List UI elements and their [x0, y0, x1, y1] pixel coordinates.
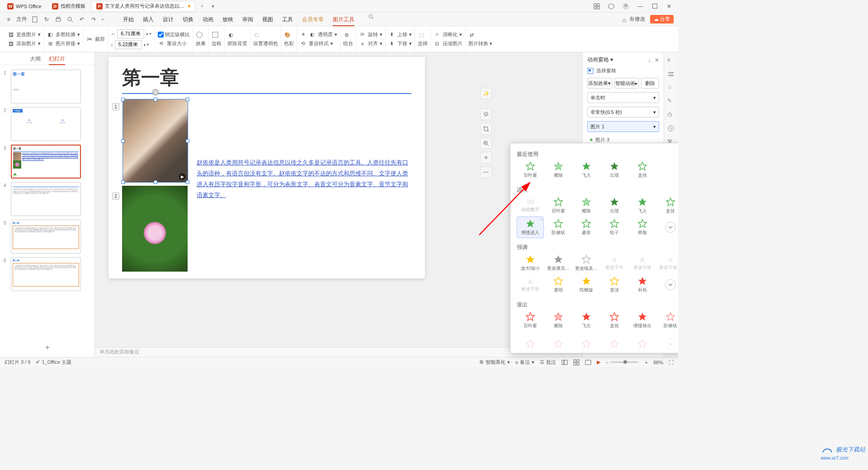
anim-emph-fade[interactable]: 变淡 [601, 274, 628, 296]
share-button[interactable]: ☁ 分享 [650, 15, 674, 24]
slide-thumb-3[interactable]: 第一章赵依依是人类用符号记录表达信息以传之久多是记录语言的工具人类往往先有口头的… [11, 145, 81, 179]
handle-b[interactable] [154, 180, 157, 184]
anim-emph-fill[interactable]: 更改填充… [545, 252, 572, 274]
slide-thumb-4[interactable]: 人类用符号记录表达信息传之久多是记录语言工具人类往往先有口头语种有语言但没有文字… [11, 182, 81, 216]
side-help-icon[interactable]: ? [667, 125, 675, 133]
zoom-label[interactable]: 98% [653, 360, 663, 365]
lock-ratio-checkbox[interactable]: 锁定纵横比 [158, 31, 190, 38]
anim-exit-strips[interactable]: 阶梯状 [657, 310, 678, 331]
anim-emph-spin[interactable]: 陀螺旋 [573, 274, 600, 296]
avatar-icon[interactable] [619, 1, 632, 12]
change-image-button[interactable]: 🖼更改图片 ▾ [7, 31, 41, 38]
brightness-button[interactable]: ☀◐透明度 ▾ [300, 31, 337, 38]
print-icon[interactable] [54, 15, 62, 24]
preview-icon[interactable] [66, 15, 74, 24]
search-icon[interactable] [367, 13, 375, 21]
layers-icon[interactable] [480, 108, 492, 120]
magic-wand-icon[interactable]: ✧ [480, 152, 492, 164]
border-button[interactable] [212, 31, 222, 38]
anim-emph-line[interactable]: 更改线条… [573, 252, 600, 274]
align-button[interactable]: ≡对齐 ▾ [359, 40, 382, 47]
tab-review[interactable]: 审阅 [242, 13, 253, 26]
hamburger-icon[interactable]: ≡ [5, 15, 13, 24]
exit-expand-button[interactable] [665, 338, 676, 349]
redo-icon[interactable]: ↷ [90, 15, 98, 24]
anim-enter-diamond[interactable]: 菱形 [573, 216, 600, 238]
slides-tab[interactable]: 幻灯片 [49, 52, 65, 65]
image-menu-icon[interactable]: ▶ [179, 173, 186, 180]
remove-bg-button[interactable]: ◐ [227, 31, 247, 38]
anim-enter-dynamic[interactable]: 99动态数字 [517, 195, 544, 216]
move-down-button[interactable]: ⬇下移 ▾ [388, 40, 412, 47]
anim-enter-wipe[interactable]: 擦除 [573, 195, 600, 216]
anim-recent-flyin[interactable]: 飞入 [573, 159, 600, 181]
comments-button[interactable]: ☰ 批注 [540, 359, 556, 366]
combine-button[interactable]: ⧉ [343, 31, 353, 38]
anim-exit-blinds[interactable]: 百叶窗 [517, 310, 544, 331]
new-icon[interactable] [31, 15, 39, 24]
close-button[interactable]: ✕ [663, 1, 675, 12]
reset-style-button[interactable]: ⟲重设样式 ▾ [300, 40, 337, 47]
select-pane-link[interactable]: 选择窗格 [587, 67, 659, 74]
side-text-icon[interactable]: ✎ [667, 98, 675, 106]
crop-button[interactable]: ✂裁剪 [86, 36, 105, 43]
slide-title[interactable]: 第一章 [122, 65, 411, 90]
anim-enter-flyin[interactable]: 飞入 [629, 195, 656, 216]
speed-select[interactable]: 非常快(0.5 秒)▾ [587, 107, 659, 118]
close-pane-icon[interactable]: ✕ [655, 57, 659, 63]
anim-emph-fontsize[interactable]: A更改字号 [601, 252, 628, 274]
anim-enter-slow[interactable]: 缓慢进入▱ [517, 216, 544, 238]
side-star-icon[interactable]: ☆ [667, 84, 675, 92]
notes-bar[interactable]: 单击此处添加备注 [95, 347, 582, 357]
anim-enter-strips[interactable]: 阶梯状 [545, 216, 572, 238]
anim-emph-transparent[interactable]: 透明 [545, 274, 572, 296]
color-button[interactable]: 🎨 [284, 31, 294, 38]
cube-icon[interactable] [605, 1, 618, 12]
theme-status[interactable]: ✐ 1_Office 主题 [36, 359, 71, 366]
anim-enter-split[interactable]: 劈裂 [629, 216, 656, 238]
side-settings-icon[interactable] [667, 70, 675, 79]
more-tools-icon[interactable]: ⋯ [480, 166, 492, 178]
select-button[interactable]: ⬚ [418, 31, 428, 38]
view-reading-button[interactable] [585, 359, 591, 366]
tab-dropdown-button[interactable]: ▾ [208, 1, 218, 12]
anim-enter-wheel[interactable]: 轮子 [601, 216, 628, 238]
effects-button[interactable] [196, 31, 206, 38]
zoom-out-button[interactable]: − [606, 360, 609, 365]
handle-r[interactable] [186, 139, 189, 143]
zoom-slider[interactable] [611, 362, 638, 363]
image-1[interactable]: ▶ [123, 99, 188, 183]
set-transparent-button[interactable]: ◌ [253, 31, 278, 38]
tab-tools[interactable]: 工具 [282, 13, 293, 26]
smart-beauty-button[interactable]: ⚙ 智能美化 ▾ [479, 359, 510, 366]
crop-tool-icon[interactable] [480, 123, 492, 135]
undo-icon[interactable]: ↶ [78, 15, 86, 24]
handle-l[interactable] [121, 139, 125, 143]
slide-thumb-2[interactable]: 目录0102第一章第二章 [11, 107, 81, 141]
anim-recent-blinds[interactable]: 百叶窗 [517, 159, 544, 181]
zoom-tool-icon[interactable] [480, 137, 492, 149]
anim-recent-appear[interactable]: 出现 [601, 159, 628, 181]
side-clock-icon[interactable]: ◷ [667, 111, 675, 119]
width-input[interactable]: ↔▲▼ [111, 29, 152, 38]
side-hamburger-icon[interactable]: ≡ [667, 57, 675, 65]
pin-icon[interactable]: ⟂ [648, 57, 651, 63]
tab-document[interactable]: P文字是人类用符号记录表达信息以… [91, 1, 195, 12]
compress-button[interactable]: ⊡压缩图片 [434, 40, 462, 47]
tab-start[interactable]: 开始 [123, 13, 134, 26]
tab-transition[interactable]: 切换 [183, 13, 193, 26]
sharpen-button[interactable]: ✧清晰化 ▾ [434, 31, 462, 38]
grid-icon[interactable] [590, 1, 603, 12]
enter-expand-button[interactable] [665, 222, 676, 233]
convert-button[interactable]: ⇄ [468, 31, 492, 38]
view-sorter-button[interactable] [573, 359, 580, 366]
multi-outline-button[interactable]: ◧多图轮播 ▾ [47, 31, 80, 38]
anim-enter-blinds[interactable]: 百叶窗 [545, 195, 572, 216]
move-up-button[interactable]: ⬆上移 ▾ [388, 31, 412, 38]
anim-list-item-1[interactable]: 图片 1▾ [587, 121, 659, 132]
tab-wps-office[interactable]: WWPS Office [3, 1, 46, 12]
anim-enter-box[interactable]: 盒状 [657, 195, 678, 216]
slide-thumb-5[interactable]: 第二章人类用符号记录表达信息传之久多记录语言工具人类往往先有口头语种有语言但没有… [11, 220, 81, 254]
tab-add-button[interactable]: ＋ [197, 1, 208, 12]
anim-recent-box[interactable]: 盒状 [629, 159, 656, 181]
